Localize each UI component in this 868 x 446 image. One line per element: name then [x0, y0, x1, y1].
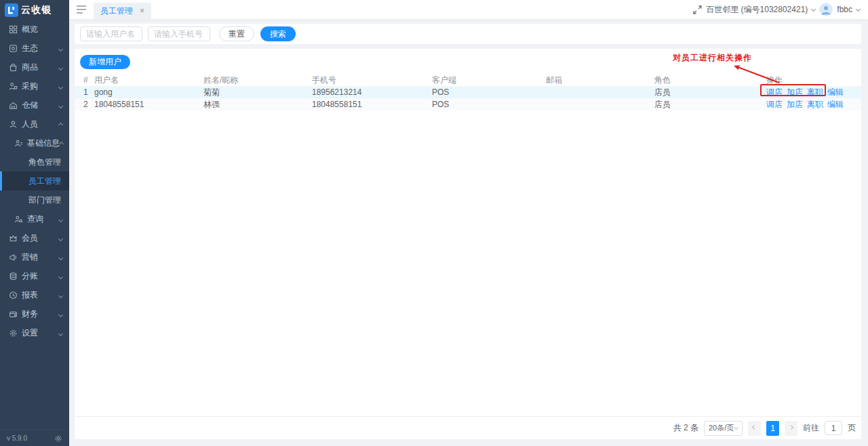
- sidebar-item-basic-info[interactable]: 基础信息: [0, 134, 69, 153]
- chevron-down-icon: [59, 100, 62, 110]
- search-panel: 重置 搜索: [75, 24, 861, 44]
- chevron-down-icon: [59, 81, 62, 91]
- sidebar-item-marketing[interactable]: 营销: [0, 247, 69, 266]
- sidebar-collapse-icon[interactable]: [69, 5, 94, 14]
- gear-icon[interactable]: [54, 434, 62, 443]
- sidebar-item-personnel[interactable]: 人员: [0, 115, 69, 134]
- sidebar-item-query[interactable]: 查询: [0, 209, 69, 228]
- chevron-down-icon: [59, 214, 62, 224]
- cell-index: 2: [75, 100, 94, 109]
- cell-actions: 调店加店离职编辑: [766, 99, 861, 110]
- logo-icon: [5, 3, 18, 17]
- username-input[interactable]: [80, 26, 142, 41]
- sidebar-item-goods[interactable]: 商品: [0, 58, 69, 77]
- column-header: 邮箱: [546, 75, 654, 86]
- annotation-text: 对员工进行相关操作: [673, 52, 752, 64]
- column-header: #: [75, 75, 94, 85]
- pagination-total: 共 2 条: [673, 422, 698, 434]
- sidebar-item-label: 查询: [27, 214, 43, 225]
- sidebar-item-label: 仓储: [22, 100, 38, 111]
- content-area: 重置 搜索 新增用户 #用户名姓名/昵称手机号客户端邮箱角色操作 1gong菊菊…: [69, 20, 868, 446]
- page-number-button[interactable]: 1: [766, 421, 779, 436]
- username-label[interactable]: fbbc: [837, 5, 852, 14]
- page-size-select[interactable]: 20条/页: [704, 421, 743, 436]
- settings-icon: [9, 329, 18, 338]
- cell-name: 林强: [203, 99, 312, 110]
- warehouse-icon: [9, 101, 18, 110]
- sidebar-item-role-management[interactable]: 角色管理: [0, 153, 69, 171]
- cell-name: 菊菊: [203, 87, 312, 98]
- table-header-row: #用户名姓名/昵称手机号客户端邮箱角色操作: [75, 74, 861, 86]
- add-user-button[interactable]: 新增用户: [80, 55, 130, 69]
- phone-input[interactable]: [148, 26, 210, 41]
- chevron-down-icon: [734, 425, 738, 430]
- sidebar-item-department-management[interactable]: 部门管理: [0, 190, 69, 209]
- tab-close-icon[interactable]: ×: [140, 6, 144, 16]
- tab-staff-management[interactable]: 员工管理 ×: [94, 3, 151, 19]
- page-size-value: 20条/页: [709, 423, 734, 433]
- action-link-edit[interactable]: 编辑: [827, 87, 844, 97]
- chevron-right-icon: [789, 425, 793, 430]
- column-header: 手机号: [312, 75, 432, 86]
- cell-index: 1: [75, 87, 94, 97]
- people-icon: [9, 120, 18, 129]
- sidebar-item-finance[interactable]: 财务: [0, 304, 69, 323]
- action-link-edit[interactable]: 编辑: [827, 100, 844, 109]
- chevron-down-icon: [59, 271, 62, 281]
- sidebar-item-purchase[interactable]: 采购: [0, 77, 69, 96]
- ledger-icon: [9, 272, 18, 281]
- action-link-resign[interactable]: 离职: [807, 100, 823, 109]
- search-button[interactable]: 搜索: [260, 26, 296, 41]
- sidebar-item-label: 设置: [22, 327, 38, 339]
- fullscreen-icon[interactable]: [693, 5, 702, 14]
- sidebar-item-label: 分账: [22, 270, 38, 282]
- action-link-transfer-store[interactable]: 调店: [766, 87, 783, 97]
- staff-table-panel: 新增用户 #用户名姓名/昵称手机号客户端邮箱角色操作 1gong菊菊189562…: [75, 49, 861, 439]
- ecosystem-icon: [9, 44, 18, 53]
- cell-role: 店员: [654, 87, 766, 98]
- tab-label: 员工管理: [100, 5, 133, 17]
- cell-role: 店员: [654, 99, 766, 110]
- sidebar-item-split-account[interactable]: 分账: [0, 266, 69, 285]
- action-link-resign[interactable]: 离职: [807, 87, 823, 97]
- next-page-button[interactable]: [785, 421, 797, 436]
- sidebar-item-report[interactable]: 报表: [0, 285, 69, 304]
- sidebar-item-settings[interactable]: 设置: [0, 323, 69, 342]
- finance-icon: [9, 310, 18, 319]
- marketing-icon: [9, 253, 18, 262]
- sidebar-menu: 概览生态商品采购仓储人员基础信息角色管理员工管理部门管理查询会员营销分账报表财务…: [0, 20, 69, 342]
- app-window: 云收银 概览生态商品采购仓储人员基础信息角色管理员工管理部门管理查询会员营销分账…: [0, 0, 868, 446]
- cell-client: POS: [432, 87, 546, 97]
- goto-label: 前往: [803, 422, 819, 434]
- table-row: 1gong菊菊18956213214POS店员调店加店离职编辑: [75, 86, 861, 98]
- column-header: 客户端: [432, 75, 546, 86]
- action-link-add-store[interactable]: 加店: [787, 100, 803, 109]
- sidebar-item-member[interactable]: 会员: [0, 228, 69, 247]
- goods-icon: [9, 63, 18, 72]
- sidebar-item-overview[interactable]: 概览: [0, 20, 69, 39]
- sidebar-item-label: 概览: [22, 24, 38, 35]
- column-header: 用户名: [94, 75, 203, 86]
- report-icon: [9, 291, 18, 300]
- prev-page-button[interactable]: [748, 421, 761, 436]
- chevron-down-icon: [856, 6, 861, 11]
- column-header: 角色: [654, 75, 766, 86]
- sidebar-item-label: 基础信息: [27, 138, 60, 149]
- reset-button[interactable]: 重置: [219, 26, 254, 41]
- sidebar-item-ecosystem[interactable]: 生态: [0, 39, 69, 58]
- sidebar-item-warehouse[interactable]: 仓储: [0, 96, 69, 115]
- cell-username: 18048558151: [94, 100, 203, 109]
- staff-table: #用户名姓名/昵称手机号客户端邮箱角色操作 1gong菊菊18956213214…: [75, 74, 861, 417]
- sidebar-item-label: 财务: [22, 308, 38, 320]
- user-search-icon: [14, 215, 23, 224]
- action-link-add-store[interactable]: 加店: [787, 87, 803, 97]
- merchant-name[interactable]: 百世邻里 (编号1032802421): [706, 4, 808, 16]
- avatar[interactable]: [819, 3, 833, 16]
- column-header: 姓名/昵称: [203, 75, 312, 86]
- sidebar-item-label: 报表: [22, 289, 38, 301]
- member-icon: [9, 234, 18, 243]
- action-link-transfer-store[interactable]: 调店: [766, 100, 783, 109]
- sidebar-item-staff-management[interactable]: 员工管理: [0, 171, 69, 190]
- cell-client: POS: [432, 100, 546, 109]
- goto-page-input[interactable]: [825, 421, 842, 435]
